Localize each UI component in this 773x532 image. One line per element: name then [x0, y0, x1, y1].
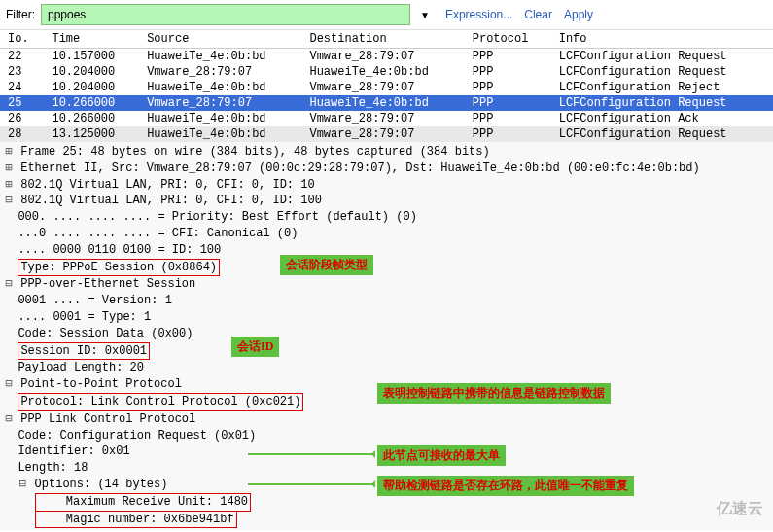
filter-label: Filter:	[6, 8, 35, 21]
packet-row[interactable]: 2210.157000HuaweiTe_4e:0b:bdVmware_28:79…	[0, 49, 773, 65]
pppoe-ver[interactable]: 0001 .... = Version: 1	[4, 293, 769, 309]
lcp-mru[interactable]: Maximum Receive Unit: 1480	[35, 493, 251, 512]
arrow-icon	[248, 483, 374, 485]
packet-row[interactable]: 2813.125000HuaweiTe_4e:0b:bdVmware_28:79…	[0, 126, 773, 142]
watermark-logo: 亿速云	[717, 499, 763, 520]
collapse-icon[interactable]: ⊟	[4, 376, 14, 393]
vlan1-line[interactable]: 802.1Q Virtual LAN, PRI: 0, CFI: 0, ID: …	[20, 178, 314, 192]
vlan2-id[interactable]: .... 0000 0110 0100 = ID: 100	[4, 242, 769, 259]
expression-link[interactable]: Expression...	[445, 8, 512, 21]
collapse-icon[interactable]: ⊟	[18, 477, 27, 493]
col-source[interactable]: Source	[139, 30, 301, 49]
collapse-icon[interactable]: ⊟	[4, 276, 14, 293]
pppoe-sid[interactable]: Session ID: 0x0001	[18, 342, 150, 361]
packet-details: ⊞ Frame 25: 48 bytes on wire (384 bits),…	[0, 142, 773, 530]
lcp-magic[interactable]: Magic number: 0x6be941bf	[35, 512, 237, 529]
expand-icon[interactable]: ⊞	[4, 177, 14, 194]
eth-line[interactable]: Ethernet II, Src: Vmware_28:79:07 (00:0c…	[20, 161, 700, 175]
vlan2-type[interactable]: Type: PPPoE Session (0x8864)	[18, 259, 220, 277]
packet-row[interactable]: 2310.204000Vmware_28:79:07HuaweiTe_4e:0b…	[0, 64, 773, 80]
col-proto[interactable]: Protocol	[465, 30, 551, 49]
annot-mru: 此节点可接收的最大单	[377, 445, 506, 466]
vlan2-cfi[interactable]: ...0 .... .... .... = CFI: Canonical (0)	[4, 226, 769, 242]
packet-header-row: Io. Time Source Destination Protocol Inf…	[0, 30, 773, 49]
filter-dropdown-icon[interactable]: ▼	[416, 10, 434, 20]
pppoe-line[interactable]: PPP-over-Ethernet Session	[20, 277, 195, 291]
lcp-line[interactable]: PPP Link Control Protocol	[20, 412, 195, 426]
p2p-line[interactable]: Point-to-Point Protocol	[20, 377, 182, 391]
annot-session-id: 会话ID	[231, 337, 279, 357]
apply-link[interactable]: Apply	[564, 8, 593, 21]
collapse-icon[interactable]: ⊟	[4, 411, 14, 428]
annot-frame-type: 会话阶段帧类型	[280, 255, 373, 275]
expand-icon[interactable]: ⊞	[4, 160, 14, 177]
clear-link[interactable]: Clear	[524, 8, 552, 21]
annot-lcp-info: 表明控制链路中携带的信息是链路控制数据	[377, 383, 611, 404]
collapse-icon[interactable]: ⊟	[4, 193, 14, 209]
pppoe-code[interactable]: Code: Session Data (0x00)	[4, 326, 769, 342]
frame-line[interactable]: Frame 25: 48 bytes on wire (384 bits), 4…	[20, 145, 489, 159]
filter-input[interactable]	[41, 4, 410, 25]
packet-row[interactable]: 2510.266000Vmware_28:79:07HuaweiTe_4e:0b…	[0, 95, 773, 111]
arrow-icon	[248, 453, 374, 455]
packet-row[interactable]: 2410.204000HuaweiTe_4e:0b:bdVmware_28:79…	[0, 80, 773, 95]
p2p-proto[interactable]: Protocol: Link Control Protocol (0xc021)	[18, 393, 303, 411]
filter-toolbar: Filter: ▼ Expression... Clear Apply	[0, 0, 773, 30]
col-no[interactable]: Io.	[0, 30, 44, 49]
packet-row[interactable]: 2610.266000HuaweiTe_4e:0b:bdVmware_28:79…	[0, 111, 773, 126]
pppoe-len[interactable]: Payload Length: 20	[4, 360, 769, 376]
expand-icon[interactable]: ⊞	[4, 144, 14, 160]
packet-list: Io. Time Source Destination Protocol Inf…	[0, 30, 773, 142]
vlan2-line[interactable]: 802.1Q Virtual LAN, PRI: 0, CFI: 0, ID: …	[20, 194, 322, 207]
lcp-code[interactable]: Code: Configuration Request (0x01)	[4, 428, 769, 444]
col-info[interactable]: Info	[551, 30, 773, 49]
vlan2-pri[interactable]: 000. .... .... .... = Priority: Best Eff…	[4, 209, 769, 226]
col-time[interactable]: Time	[44, 30, 139, 49]
pppoe-typ[interactable]: .... 0001 = Type: 1	[4, 309, 769, 326]
lcp-opt[interactable]: Options: (14 bytes)	[35, 478, 168, 491]
col-dest[interactable]: Destination	[301, 30, 464, 49]
annot-magic: 帮助检测链路是否存在环路，此值唯一不能重复	[377, 476, 634, 496]
